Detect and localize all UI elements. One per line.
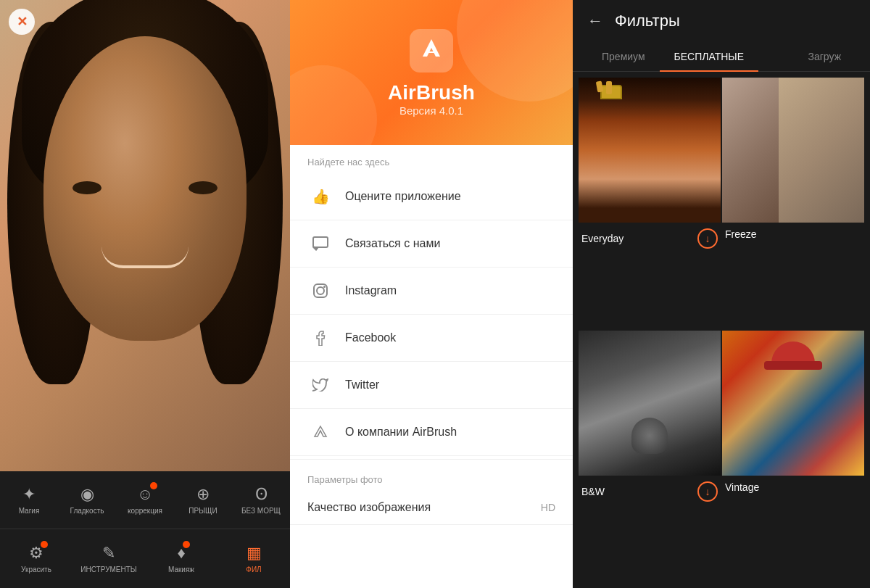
tool-correct-label: коррекция — [128, 507, 162, 515]
menu-instagram-label: Instagram — [345, 284, 397, 297]
app-header: AirBrush Версия 4.0.1 — [290, 0, 573, 145]
vintage-label-row: Vintage — [722, 476, 864, 499]
menu-contact-label: Связаться с нами — [345, 237, 440, 250]
twitter-icon — [307, 372, 334, 398]
back-button[interactable]: ← — [587, 12, 603, 30]
nav-tools-label: ИНСТРУМЕНТЫ — [80, 566, 136, 573]
thumbs-up-icon: 👍 — [307, 183, 334, 210]
svg-point-3 — [323, 286, 326, 288]
right-panel: ← Фильтры Премиум БЕСПЛАТНЫЕ Загруж Ever… — [573, 0, 870, 588]
nav-filters[interactable]: ▦ ФИЛ — [218, 529, 290, 587]
freeze-label-row: Freeze — [722, 223, 864, 246]
tool-correct[interactable]: ☺ коррекция — [116, 471, 174, 529]
divider — [290, 459, 573, 460]
quality-label: Качество изображения — [307, 501, 431, 514]
filters-title: Фильтры — [615, 12, 680, 30]
menu-rate[interactable]: 👍 Оцените приложение — [290, 173, 573, 220]
filter-vintage[interactable]: Vintage — [722, 331, 864, 582]
app-logo — [410, 29, 453, 73]
correct-badge — [150, 482, 157, 489]
everyday-download-btn[interactable]: ↓ — [697, 228, 718, 249]
left-panel: ✕ ✦ Магия ◉ Гладкость ☺ коррекция ⊕ ПРЫЩ… — [0, 0, 290, 588]
filter-everyday[interactable]: Everyday ↓ — [579, 78, 721, 329]
nav-decorate[interactable]: ⚙ Украсить — [0, 529, 72, 587]
about-icon — [307, 419, 334, 445]
tab-download[interactable]: Загруж — [794, 42, 856, 71]
menu-twitter-label: Twitter — [345, 378, 379, 392]
tool-smooth-label: Гладкость — [70, 507, 104, 515]
middle-panel: AirBrush Версия 4.0.1 Найдете нас здесь … — [290, 0, 573, 588]
tab-premium[interactable]: Премиум — [587, 42, 660, 71]
tab-free[interactable]: БЕСПЛАТНЫЕ — [660, 42, 759, 71]
vintage-name: Vintage — [725, 481, 759, 493]
app-version: Версия 4.0.1 — [399, 104, 463, 117]
menu-twitter[interactable]: Twitter — [290, 362, 573, 409]
app-name: AirBrush — [388, 81, 475, 104]
facebook-icon — [307, 325, 334, 351]
smooth-icon: ◉ — [80, 485, 94, 504]
filters-header: ← Фильтры — [573, 0, 870, 42]
filter-vintage-image — [722, 331, 864, 476]
menu-about-label: О компании AirBrush — [345, 426, 457, 439]
filters-grid: Everyday ↓ Freeze B&W ↓ — [573, 72, 870, 588]
message-icon — [307, 231, 334, 257]
airbrush-logo-svg — [417, 36, 446, 65]
decorate-icon: ⚙ — [29, 544, 44, 563]
everyday-label-row: Everyday ↓ — [579, 223, 721, 254]
nav-filters-label: ФИЛ — [246, 566, 261, 573]
tools-icon: ✎ — [102, 544, 115, 563]
menu-facebook[interactable]: Facebook — [290, 315, 573, 362]
svg-rect-0 — [313, 237, 328, 247]
filter-freeze[interactable]: Freeze — [722, 78, 864, 329]
tools-row: ✦ Магия ◉ Гладкость ☺ коррекция ⊕ ПРЫЩИ … — [0, 471, 290, 529]
quality-item[interactable]: Качество изображения HD — [290, 491, 573, 525]
tool-smooth[interactable]: ◉ Гладкость — [58, 471, 116, 529]
tool-pimple-label: ПРЫЩИ — [188, 507, 217, 515]
bw-name: B&W — [581, 486, 605, 497]
close-button[interactable]: ✕ — [9, 9, 35, 35]
makeup-icon: ♦ — [177, 544, 185, 563]
decorate-badge — [41, 541, 48, 548]
menu-about[interactable]: О компании AirBrush — [290, 409, 573, 456]
tool-pimple[interactable]: ⊕ ПРЫЩИ — [174, 471, 232, 529]
left-eye — [72, 181, 102, 194]
nav-tools[interactable]: ✎ ИНСТРУМЕНТЫ — [72, 529, 145, 587]
menu-instagram[interactable]: Instagram — [290, 268, 573, 315]
bottom-toolbar: ✦ Магия ◉ Гладкость ☺ коррекция ⊕ ПРЫЩИ … — [0, 471, 290, 588]
pimple-icon: ⊕ — [196, 485, 210, 504]
svg-point-2 — [317, 287, 324, 294]
bw-label-row: B&W ↓ — [579, 476, 721, 508]
instagram-icon — [307, 278, 334, 304]
filter-bw[interactable]: B&W ↓ — [579, 331, 721, 582]
wrinkle-icon: ʘ — [255, 485, 268, 504]
find-us-label: Найдете нас здесь — [290, 145, 573, 173]
tool-magic[interactable]: ✦ Магия — [0, 471, 58, 529]
nav-row: ⚙ Украсить ✎ ИНСТРУМЕНТЫ ♦ Макияж ▦ ФИЛ — [0, 529, 290, 587]
smile — [102, 247, 188, 268]
filter-bw-image — [579, 331, 721, 476]
tool-magic-label: Магия — [19, 507, 40, 515]
quality-value: HD — [541, 502, 555, 513]
face-shape — [44, 36, 246, 341]
nav-makeup-label: Макияж — [168, 566, 194, 573]
menu-contact[interactable]: Связаться с нами — [290, 220, 573, 268]
filter-everyday-image — [579, 78, 721, 223]
menu-facebook-label: Facebook — [345, 331, 396, 344]
tool-wrinkle[interactable]: ʘ БЕЗ МОРЩ — [232, 471, 290, 529]
filter-freeze-image — [722, 78, 864, 223]
correct-icon: ☺ — [137, 485, 153, 504]
right-eye — [188, 181, 218, 194]
params-label: Параметры фото — [290, 463, 573, 491]
bw-download-btn[interactable]: ↓ — [697, 481, 718, 502]
freeze-name: Freeze — [725, 228, 757, 240]
makeup-badge — [183, 541, 190, 548]
nav-makeup[interactable]: ♦ Макияж — [145, 529, 218, 587]
eyes — [72, 181, 218, 194]
nav-decorate-label: Украсить — [21, 566, 51, 573]
filters-tabs: Премиум БЕСПЛАТНЫЕ Загруж — [573, 42, 870, 72]
magic-icon: ✦ — [22, 485, 36, 504]
filters-nav-icon: ▦ — [246, 544, 262, 563]
tool-wrinkle-label: БЕЗ МОРЩ — [241, 507, 281, 515]
everyday-name: Everyday — [581, 233, 624, 244]
menu-rate-label: Оцените приложение — [345, 190, 461, 203]
